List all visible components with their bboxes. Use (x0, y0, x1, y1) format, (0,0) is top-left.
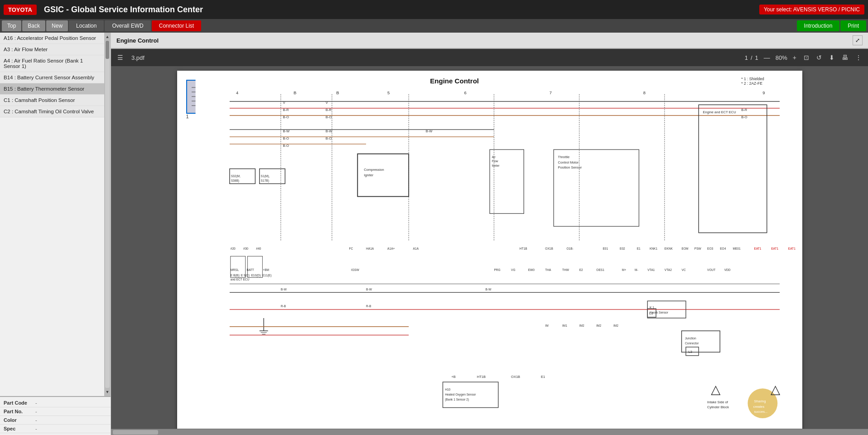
svg-text:E B(B): E 9(C): E10(D): E11(E): E B(B): E 9(C): E10(D): E11(E) (230, 274, 271, 277)
svg-text:PSW: PSW (694, 247, 701, 250)
pdf-page-separator: / (751, 54, 752, 61)
svg-text:S38B): S38B) (231, 179, 239, 183)
svg-text:Engine and ECT ECU: Engine and ECT ECU (703, 110, 736, 114)
part-code-label: Part Code (4, 400, 35, 406)
part-no-label: Part No. (4, 409, 35, 414)
pdf-zoom-in-icon[interactable]: + (791, 53, 798, 62)
svg-text:6: 6 (464, 90, 466, 95)
location-tab[interactable]: Location (69, 20, 104, 31)
pdf-viewer[interactable]: 1 Engine Control * 1 : Shielded * 2 : 2A… (111, 66, 868, 429)
svg-text:7: 7 (549, 90, 551, 95)
svg-text:EOM: EOM (681, 247, 688, 250)
sidebar-list-wrapper: A16 : Accelerator Pedal Position Sensor … (0, 33, 111, 396)
sidebar-item-a3[interactable]: A3 : Air Flow Meter (0, 44, 104, 55)
pdf-rotate-icon[interactable]: ↺ (815, 53, 824, 62)
svg-text:MRSL: MRSL (230, 268, 239, 271)
new-button[interactable]: New (46, 20, 68, 31)
svg-text:E01: E01 (603, 247, 608, 250)
overall-ewd-tab[interactable]: Overall EWD (105, 20, 150, 31)
your-select-badge: Your select: AVENSIS VERSO / PICNIC (759, 5, 864, 14)
pdf-page-total: 1 (755, 54, 758, 61)
svg-text:B-W: B-W (485, 288, 492, 291)
svg-text:* 1 : Shielded: * 1 : Shielded (741, 77, 764, 81)
connector-list-tab[interactable]: Connector List (152, 20, 201, 31)
scroll-down-icon[interactable]: ▼ (105, 389, 111, 395)
svg-text:E1: E1 (540, 375, 545, 379)
content-area: Engine Control ⤢ ☰ 3.pdf 1 / 1 — 80% + ⊡… (111, 33, 868, 435)
svg-text:R-B: R-B (280, 304, 286, 308)
toyota-logo: TOYOTA (4, 5, 37, 15)
content-expand-icon[interactable]: ⤢ (853, 35, 863, 45)
svg-text:Engine Control: Engine Control (430, 77, 479, 85)
svg-text:(Bank 1 Sensor 2): (Bank 1 Sensor 2) (445, 398, 469, 401)
svg-text:IM2: IM2 (613, 324, 618, 327)
svg-text:IGSW: IGSW (351, 268, 359, 271)
print-button[interactable]: Print (840, 20, 866, 31)
content-header-icons: ⤢ (853, 35, 863, 45)
svg-text:H10: H10 (445, 388, 450, 391)
svg-text:IM: IM (545, 324, 548, 327)
introduction-button[interactable]: Introduction (797, 20, 840, 31)
svg-text:IM1: IM1 (562, 324, 567, 327)
sidebar-info-panel: Part Code - Part No. - Color - Spec - (0, 396, 111, 435)
svg-text:B-W: B-W (366, 288, 372, 291)
pdf-download-icon[interactable]: ⬇ (827, 53, 836, 62)
part-code-row: Part Code - (0, 399, 111, 407)
svg-text:EAT1: EAT1 (771, 247, 778, 250)
pdf-fit-icon[interactable]: ⊡ (802, 53, 811, 62)
svg-text:B-R: B-R (741, 108, 747, 112)
sidebar-scrollbar[interactable]: ▲ ▼ (104, 33, 111, 396)
color-row: Color - (0, 416, 111, 425)
main-layout: A16 : Accelerator Pedal Position Sensor … (0, 33, 868, 435)
svg-text:OES1: OES1 (596, 268, 604, 271)
svg-text:VTA1: VTA1 (647, 268, 655, 271)
top-button[interactable]: Top (2, 20, 21, 31)
bottom-scrollbar[interactable] (111, 429, 868, 435)
svg-text:4: 4 (236, 90, 238, 95)
sidebar-item-c2[interactable]: C2 : Camshaft Timing Oil Control Valve (0, 106, 104, 117)
back-button[interactable]: Back (22, 20, 45, 31)
svg-text:#20: #20 (230, 247, 235, 250)
sidebar-item-a16[interactable]: A16 : Accelerator Pedal Position Sensor (0, 33, 104, 44)
svg-text:Meter: Meter (492, 164, 500, 167)
pdf-filename: 3.pdf (129, 54, 741, 61)
horizontal-scroll-thumb[interactable] (113, 430, 158, 435)
pdf-right-icons: ⬇ 🖶 ⋮ (827, 53, 863, 62)
spec-row: Spec - (0, 425, 111, 433)
svg-text:E02: E02 (620, 247, 625, 250)
svg-text:IM2: IM2 (579, 324, 584, 327)
svg-text:Heated Oxygen Sensor: Heated Oxygen Sensor (445, 393, 476, 396)
svg-text:B-O: B-O (283, 136, 289, 140)
pdf-more-icon[interactable]: ⋮ (854, 53, 863, 62)
svg-text:S1(M),: S1(M), (260, 174, 270, 178)
svg-text:OX1B: OX1B (511, 375, 520, 379)
sidebar-item-b15[interactable]: B15 : Battery Thermometer Sensor (0, 83, 104, 95)
svg-text:VTA2: VTA2 (664, 268, 671, 271)
svg-text:Compression: Compression (364, 168, 384, 172)
pdf-menu-icon[interactable]: ☰ (116, 53, 125, 62)
spec-dash: - (35, 426, 37, 431)
svg-text:B-R: B-R (283, 108, 289, 112)
svg-text:9: 9 (762, 90, 765, 95)
part-no-row: Part No. - (0, 407, 111, 416)
svg-text:HA1A: HA1A (366, 247, 374, 250)
svg-text:Junction: Junction (685, 337, 696, 340)
sidebar-item-b14[interactable]: B14 : Battery Current Sensor Assembly (0, 72, 104, 83)
svg-text:#30: #30 (243, 247, 248, 250)
sidebar-list: A16 : Accelerator Pedal Position Sensor … (0, 33, 104, 396)
svg-text:S17B): S17B) (260, 179, 269, 183)
scroll-thumb[interactable] (106, 41, 109, 59)
svg-text:E2: E2 (579, 268, 583, 271)
svg-text:BATT: BATT (246, 268, 254, 271)
pdf-print-icon[interactable]: 🖶 (840, 53, 850, 62)
svg-text:Igniter: Igniter (364, 173, 373, 177)
scroll-up-icon[interactable]: ▲ (105, 34, 111, 40)
svg-text:EO4: EO4 (720, 247, 726, 250)
pdf-zoom-out-icon[interactable]: — (762, 53, 772, 62)
sidebar-item-c1[interactable]: C1 : Camshaft Position Sensor (0, 95, 104, 106)
nav-bar: Top Back New Location Overall EWD Connec… (0, 19, 868, 33)
pdf-zoom: 80% (776, 54, 787, 61)
pdf-zoom-value: 80% (776, 54, 787, 61)
sidebar-item-a4[interactable]: A4 : Air Fuel Ratio Sensor (Bank 1 Senso… (0, 55, 104, 72)
svg-text:VOUT: VOUT (707, 268, 715, 271)
